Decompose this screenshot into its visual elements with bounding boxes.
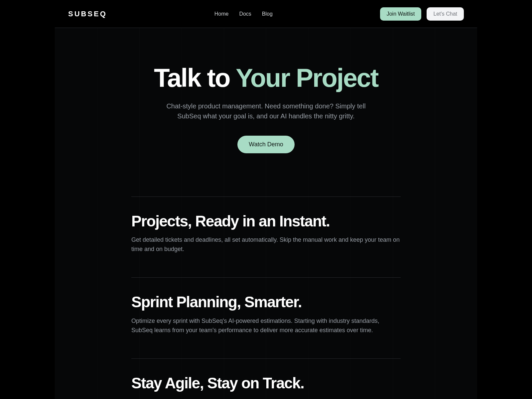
feature-body: Optimize every sprint with SubSeq's AI-p… — [131, 317, 401, 335]
primary-nav: Home Docs Blog — [214, 11, 273, 17]
watch-demo-button[interactable]: Watch Demo — [237, 136, 294, 153]
join-waitlist-button[interactable]: Join Waitlist — [380, 7, 422, 21]
feature-item: Sprint Planning, Smarter. Optimize every… — [131, 277, 401, 358]
hero-title: Talk to Your Project — [116, 65, 416, 92]
feature-item: Projects, Ready in an Instant. Get detai… — [131, 197, 401, 277]
main-content: Talk to Your Project Chat-style product … — [55, 28, 477, 399]
nav-link-home[interactable]: Home — [214, 11, 229, 17]
hero-subtitle: Chat-style product management. Need some… — [156, 101, 376, 121]
features-list: Projects, Ready in an Instant. Get detai… — [131, 197, 401, 399]
brand-logo[interactable]: SUBSEQ — [68, 10, 107, 18]
feature-body: Get detailed tickets and deadlines, all … — [131, 235, 401, 254]
hero-title-plain: Talk to — [154, 63, 236, 92]
hero-title-accent: Your Project — [236, 63, 378, 92]
nav-link-blog[interactable]: Blog — [262, 11, 273, 17]
site-header: SUBSEQ Home Docs Blog Join Waitlist Let'… — [55, 0, 477, 28]
feature-item: Stay Agile, Stay on Track. Handle emerge… — [131, 358, 401, 399]
feature-body: Handle emergent work effortlessly. SubSe… — [131, 397, 401, 399]
feature-title: Stay Agile, Stay on Track. — [131, 375, 401, 392]
nav-link-docs[interactable]: Docs — [239, 11, 251, 17]
feature-title: Projects, Ready in an Instant. — [131, 213, 401, 230]
hero-section: Talk to Your Project Chat-style product … — [116, 65, 416, 153]
lets-chat-button[interactable]: Let's Chat — [427, 7, 464, 21]
header-actions: Join Waitlist Let's Chat — [380, 7, 464, 21]
feature-title: Sprint Planning, Smarter. — [131, 294, 401, 311]
